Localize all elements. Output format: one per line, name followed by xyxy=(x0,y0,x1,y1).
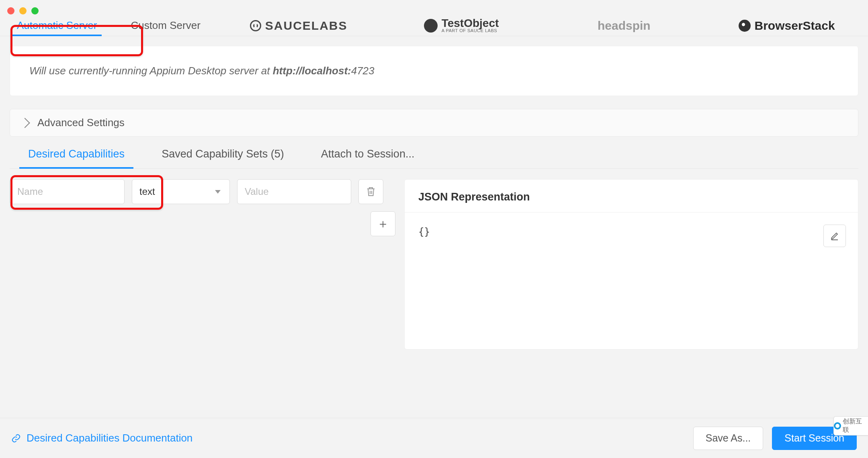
json-panel-title: JSON Representation xyxy=(405,180,858,213)
appium-desktop-window: Automatic Server Custom Server SAUCELABS… xyxy=(0,0,868,458)
json-representation-panel: JSON Representation {} xyxy=(404,179,858,350)
advanced-settings-label: Advanced Settings xyxy=(37,117,125,129)
tab-attach-to-session[interactable]: Attach to Session... xyxy=(303,140,433,169)
capability-value-input[interactable] xyxy=(237,179,351,204)
link-icon xyxy=(11,433,21,443)
json-panel-content: {} xyxy=(418,226,430,237)
watermark-badge: 创新互联 xyxy=(833,416,868,436)
testobject-gear-icon xyxy=(424,19,438,33)
server-info-card: Will use currently-running Appium Deskto… xyxy=(10,46,858,96)
saucelabs-label: SAUCELABS xyxy=(265,19,348,33)
server-tab-bar: Automatic Server Custom Server SAUCELABS… xyxy=(0,0,868,36)
browserstack-icon xyxy=(739,20,751,32)
save-as-button-label: Save As... xyxy=(706,432,751,444)
capability-name-input[interactable] xyxy=(10,179,125,204)
window-controls xyxy=(7,7,39,14)
testobject-logo: TestObject A PART OF SAUCE LABS xyxy=(424,18,499,33)
close-window-icon[interactable] xyxy=(7,7,14,14)
tab-custom-server-label: Custom Server xyxy=(131,19,200,32)
tab-browserstack[interactable]: BrowserStack xyxy=(705,15,868,36)
chevron-right-icon xyxy=(20,118,30,128)
maximize-window-icon[interactable] xyxy=(31,7,39,14)
server-info-port: 4723 xyxy=(351,65,375,77)
documentation-link-label: Desired Capabilities Documentation xyxy=(27,432,192,444)
tab-attach-to-session-label: Attach to Session... xyxy=(321,148,415,160)
watermark-logo-icon xyxy=(834,422,841,429)
trash-icon xyxy=(366,186,376,197)
pencil-icon xyxy=(830,231,839,240)
headspin-label: headspin xyxy=(598,19,651,33)
chevron-down-icon xyxy=(215,190,221,194)
capability-tab-bar: Desired Capabilities Saved Capability Se… xyxy=(10,140,858,169)
capability-editor: text ＋ xyxy=(10,179,395,350)
tab-saved-capability-sets-label: Saved Capability Sets (5) xyxy=(162,148,284,160)
edit-json-button[interactable] xyxy=(823,225,846,247)
watermark-label: 创新互联 xyxy=(843,417,868,434)
tab-saved-capability-sets[interactable]: Saved Capability Sets (5) xyxy=(143,140,303,169)
capability-type-value: text xyxy=(139,186,155,197)
advanced-settings-toggle[interactable]: Advanced Settings xyxy=(10,109,858,137)
tab-headspin[interactable]: headspin xyxy=(542,15,705,36)
browserstack-logo: BrowserStack xyxy=(739,19,835,33)
content-area: Will use currently-running Appium Deskto… xyxy=(0,36,868,350)
server-info-prefix: Will use currently-running Appium Deskto… xyxy=(29,65,273,77)
documentation-link[interactable]: Desired Capabilities Documentation xyxy=(11,432,192,444)
tab-automatic-server[interactable]: Automatic Server xyxy=(0,15,114,36)
save-as-button[interactable]: Save As... xyxy=(693,427,764,450)
tab-custom-server[interactable]: Custom Server xyxy=(114,15,217,36)
testobject-label: TestObject xyxy=(442,18,499,28)
tab-testobject[interactable]: TestObject A PART OF SAUCE LABS xyxy=(380,15,543,36)
server-info-host: http://localhost: xyxy=(273,65,351,77)
capability-row: text xyxy=(10,179,395,204)
json-panel-body: {} xyxy=(405,213,858,349)
testobject-sublabel: A PART OF SAUCE LABS xyxy=(442,28,499,33)
tab-desired-capabilities-label: Desired Capabilities xyxy=(28,148,125,160)
tab-saucelabs[interactable]: SAUCELABS xyxy=(217,15,380,36)
capability-type-select[interactable]: text xyxy=(132,179,230,204)
saucelabs-logo: SAUCELABS xyxy=(250,19,348,33)
footer-bar: Desired Capabilities Documentation Save … xyxy=(0,418,868,458)
saucelabs-icon xyxy=(250,20,261,31)
tab-desired-capabilities[interactable]: Desired Capabilities xyxy=(10,140,143,169)
plus-icon: ＋ xyxy=(377,218,389,230)
browserstack-label: BrowserStack xyxy=(755,19,835,33)
tab-automatic-server-label: Automatic Server xyxy=(17,19,97,32)
delete-capability-button[interactable] xyxy=(358,179,383,204)
add-capability-button[interactable]: ＋ xyxy=(371,211,395,236)
minimize-window-icon[interactable] xyxy=(19,7,27,14)
capability-body: text ＋ JSON Representation xyxy=(10,169,858,350)
